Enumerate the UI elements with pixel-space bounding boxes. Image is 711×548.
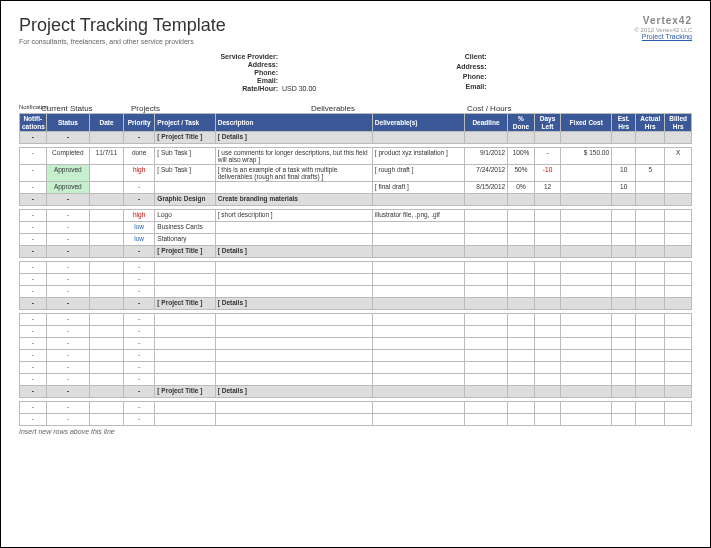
- cell-deadline[interactable]: [464, 350, 508, 362]
- table-row[interactable]: ---: [20, 286, 692, 298]
- cell-status[interactable]: -: [46, 374, 90, 386]
- cell-bill[interactable]: [665, 222, 692, 234]
- cell-fixed[interactable]: [561, 326, 612, 338]
- cell-act[interactable]: [636, 374, 665, 386]
- cell-task[interactable]: [155, 362, 215, 374]
- table-row[interactable]: ---: [20, 274, 692, 286]
- cell-est[interactable]: [612, 148, 636, 165]
- table-row[interactable]: -Completed11/7/11done[ Sub Task ][ use c…: [20, 148, 692, 165]
- cell-status[interactable]: -: [46, 194, 90, 206]
- cell-fixed[interactable]: [561, 402, 612, 414]
- cell-date[interactable]: [90, 274, 124, 286]
- cell-desc[interactable]: Create branding materials: [215, 194, 372, 206]
- cell-task[interactable]: [155, 350, 215, 362]
- cell-status[interactable]: Completed: [46, 148, 90, 165]
- cell-deadline[interactable]: [464, 262, 508, 274]
- cell-date[interactable]: [90, 286, 124, 298]
- cell-days[interactable]: [534, 286, 561, 298]
- cell-act[interactable]: [636, 234, 665, 246]
- cell-deliv[interactable]: [372, 246, 464, 258]
- table-row[interactable]: ---: [20, 314, 692, 326]
- cell-est[interactable]: [612, 362, 636, 374]
- cell-priority[interactable]: -: [123, 182, 154, 194]
- cell-deadline[interactable]: [464, 222, 508, 234]
- cell-est[interactable]: [612, 374, 636, 386]
- table-row[interactable]: --highLogo[ short description ]illustrat…: [20, 210, 692, 222]
- cell-desc[interactable]: [215, 374, 372, 386]
- cell-est[interactable]: [612, 222, 636, 234]
- cell-status[interactable]: -: [46, 132, 90, 144]
- table-row[interactable]: ---: [20, 326, 692, 338]
- cell-act[interactable]: [636, 274, 665, 286]
- cell-notif[interactable]: -: [20, 350, 47, 362]
- cell-task[interactable]: [155, 414, 215, 426]
- cell-desc[interactable]: [ Details ]: [215, 132, 372, 144]
- cell-pct[interactable]: 100%: [508, 148, 535, 165]
- cell-pct[interactable]: [508, 222, 535, 234]
- cell-fixed[interactable]: [561, 386, 612, 398]
- cell-notif[interactable]: -: [20, 210, 47, 222]
- cell-pct[interactable]: [508, 298, 535, 310]
- cell-desc[interactable]: [215, 314, 372, 326]
- cell-desc[interactable]: [215, 182, 372, 194]
- cell-desc[interactable]: [ Details ]: [215, 246, 372, 258]
- cell-priority[interactable]: -: [123, 314, 154, 326]
- cell-deliv[interactable]: [372, 386, 464, 398]
- cell-pct[interactable]: [508, 262, 535, 274]
- cell-days[interactable]: [534, 314, 561, 326]
- cell-act[interactable]: [636, 386, 665, 398]
- table-row[interactable]: --lowStationary: [20, 234, 692, 246]
- cell-status[interactable]: -: [46, 286, 90, 298]
- cell-priority[interactable]: -: [123, 132, 154, 144]
- cell-bill[interactable]: [665, 298, 692, 310]
- cell-est[interactable]: [612, 402, 636, 414]
- cell-notif[interactable]: -: [20, 314, 47, 326]
- cell-days[interactable]: [534, 374, 561, 386]
- cell-deadline[interactable]: [464, 132, 508, 144]
- cell-deadline[interactable]: [464, 246, 508, 258]
- table-row[interactable]: ---: [20, 350, 692, 362]
- cell-priority[interactable]: -: [123, 386, 154, 398]
- cell-bill[interactable]: [665, 350, 692, 362]
- cell-task[interactable]: [155, 314, 215, 326]
- cell-days[interactable]: [534, 350, 561, 362]
- cell-days[interactable]: -: [534, 148, 561, 165]
- cell-notif[interactable]: -: [20, 222, 47, 234]
- cell-date[interactable]: [90, 234, 124, 246]
- cell-notif[interactable]: -: [20, 338, 47, 350]
- cell-fixed[interactable]: $ 150.00: [561, 148, 612, 165]
- cell-notif[interactable]: -: [20, 286, 47, 298]
- cell-deliv[interactable]: [372, 402, 464, 414]
- cell-est[interactable]: [612, 298, 636, 310]
- cell-bill[interactable]: [665, 246, 692, 258]
- table-row[interactable]: ---Graphic DesignCreate branding materia…: [20, 194, 692, 206]
- cell-est[interactable]: [612, 246, 636, 258]
- cell-notif[interactable]: -: [20, 194, 47, 206]
- cell-deadline[interactable]: [464, 234, 508, 246]
- cell-desc[interactable]: [ Details ]: [215, 298, 372, 310]
- cell-status[interactable]: -: [46, 234, 90, 246]
- cell-date[interactable]: [90, 374, 124, 386]
- cell-act[interactable]: [636, 286, 665, 298]
- cell-priority[interactable]: -: [123, 402, 154, 414]
- cell-act[interactable]: [636, 246, 665, 258]
- cell-bill[interactable]: [665, 338, 692, 350]
- cell-status[interactable]: -: [46, 262, 90, 274]
- cell-notif[interactable]: -: [20, 234, 47, 246]
- cell-task[interactable]: [ Sub Task ]: [155, 165, 215, 182]
- cell-pct[interactable]: [508, 362, 535, 374]
- cell-task[interactable]: [155, 182, 215, 194]
- cell-deadline[interactable]: [464, 210, 508, 222]
- cell-status[interactable]: -: [46, 314, 90, 326]
- cell-priority[interactable]: -: [123, 286, 154, 298]
- cell-deliv[interactable]: [372, 338, 464, 350]
- cell-notif[interactable]: -: [20, 262, 47, 274]
- cell-act[interactable]: 5: [636, 165, 665, 182]
- cell-priority[interactable]: -: [123, 350, 154, 362]
- cell-desc[interactable]: [215, 362, 372, 374]
- cell-task[interactable]: [155, 262, 215, 274]
- cell-act[interactable]: [636, 314, 665, 326]
- cell-status[interactable]: -: [46, 414, 90, 426]
- cell-status[interactable]: -: [46, 362, 90, 374]
- cell-deadline[interactable]: [464, 286, 508, 298]
